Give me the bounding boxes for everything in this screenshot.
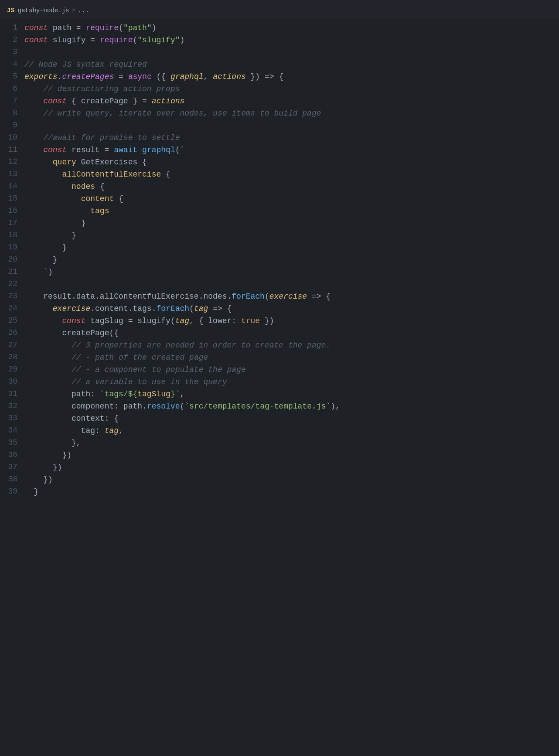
token-plain: } [24, 217, 85, 229]
token-kw-italic-orange: tag [175, 315, 189, 327]
line-number: 28 [5, 351, 17, 364]
line-number: 20 [5, 254, 17, 266]
token-comment: // 3 properties are needed in order to c… [72, 339, 331, 351]
line-number: 39 [5, 486, 17, 498]
code-line: path: `tags/${tagSlug}`, [24, 388, 550, 400]
line-number: 2 [5, 34, 17, 46]
token-plain: } [24, 486, 38, 498]
token-comment: // destructuring action props [43, 83, 180, 95]
line-number: 10 [5, 132, 17, 144]
token-plain: . [58, 71, 62, 83]
line-number: 17 [5, 217, 17, 229]
token-plain [24, 168, 62, 180]
token-plain [24, 132, 43, 144]
token-plain [24, 303, 53, 315]
token-kw-italic-orange: exercise [269, 290, 307, 303]
token-plain: path: [24, 388, 100, 400]
token-plain: createPage({ [24, 327, 119, 339]
code-line: const result = await graphql(` [24, 144, 550, 156]
token-kw-orange: allContentfulExercise [62, 168, 161, 180]
token-plain [24, 193, 81, 205]
token-plain: } [24, 254, 58, 266]
token-plain [24, 351, 72, 364]
token-plain: }) [24, 473, 53, 486]
line-number: 35 [5, 437, 17, 449]
code-area: 1234567891011121314151617181920212223242… [0, 18, 559, 498]
token-kw-italic-orange: tag [194, 303, 208, 315]
token-plain [24, 144, 43, 156]
code-line: allContentfulExercise { [24, 168, 550, 180]
line-number: 22 [5, 278, 17, 290]
code-line: } [24, 229, 550, 242]
code-line [24, 46, 550, 58]
token-plain: }, [24, 437, 81, 449]
token-kw-graphql-fn: graphql [142, 144, 175, 156]
token-plain: } [24, 242, 67, 254]
token-comment: // a variable to use in the query [72, 376, 227, 388]
token-kw-purple: async [128, 71, 152, 83]
token-plain: { [95, 180, 105, 193]
line-number: 3 [5, 46, 17, 58]
line-number: 9 [5, 119, 17, 132]
token-plain [137, 144, 142, 156]
code-line: const slugify = require("slugify") [24, 34, 550, 46]
token-kw-italic-orange: exercise [53, 303, 90, 315]
token-kw-italic-orange: actions [213, 71, 246, 83]
token-plain: ( [175, 144, 180, 156]
token-plain: path [48, 22, 76, 34]
token-plain: , { lower: [189, 315, 241, 327]
line-number: 32 [5, 400, 17, 412]
token-plain: }) [24, 449, 72, 461]
token-plain: , [119, 425, 123, 437]
line-numbers: 1234567891011121314151617181920212223242… [0, 22, 24, 498]
token-template-str: `src/templates/tag-template.js` [184, 400, 331, 412]
token-plain [24, 205, 90, 217]
token-plain: => { [208, 303, 232, 315]
token-kw-orange: query [53, 156, 76, 168]
line-number: 6 [5, 83, 17, 95]
token-kw-const: const [43, 95, 67, 107]
line-number: 27 [5, 339, 17, 351]
token-kw-blue: await [114, 144, 137, 156]
token-plain: } [24, 229, 76, 242]
token-plain [24, 266, 43, 278]
token-plain: slugify [48, 34, 90, 46]
token-plain [24, 364, 72, 376]
code-line: }, [24, 437, 550, 449]
tab-bar: JS gatsby-node.js > ... [0, 0, 559, 18]
token-plain: { createPage } = [67, 95, 151, 107]
line-number: 21 [5, 266, 17, 278]
token-plain: result = [67, 144, 114, 156]
token-template-str: `tags/${ [100, 388, 137, 400]
code-line: query GetExercises { [24, 156, 550, 168]
language-badge: JS [7, 6, 14, 16]
editor-container: JS gatsby-node.js > ... 1234567891011121… [0, 0, 559, 756]
code-line: // a variable to use in the query [24, 376, 550, 388]
token-kw-orange: tags [90, 205, 109, 217]
token-kw-orange: nodes [72, 180, 95, 193]
tab-filename[interactable]: gatsby-node.js [18, 6, 69, 16]
line-number: 38 [5, 473, 17, 486]
token-method: resolve [147, 400, 180, 412]
code-line: content { [24, 193, 550, 205]
code-line: } [24, 217, 550, 229]
line-number: 29 [5, 364, 17, 376]
code-line: } [24, 486, 550, 498]
code-line: exports.createPages = async ({ graphql, … [24, 71, 550, 83]
token-kw-true: true [241, 315, 260, 327]
line-number: 34 [5, 425, 17, 437]
line-number: 23 [5, 290, 17, 303]
line-number: 1 [5, 22, 17, 34]
token-plain: ( [265, 290, 269, 303]
line-number: 36 [5, 449, 17, 461]
code-lines: const path = require("path")const slugif… [24, 22, 559, 498]
token-kw-const: const [24, 22, 48, 34]
code-line: const { createPage } = actions [24, 95, 550, 107]
token-comment: // - a component to populate the page [72, 364, 246, 376]
token-plain: ) [180, 34, 185, 46]
code-line: }) [24, 461, 550, 473]
token-plain: GetExercises { [76, 156, 147, 168]
token-plain: , [180, 388, 184, 400]
token-kw-purple: require [100, 34, 133, 46]
token-plain [24, 156, 53, 168]
